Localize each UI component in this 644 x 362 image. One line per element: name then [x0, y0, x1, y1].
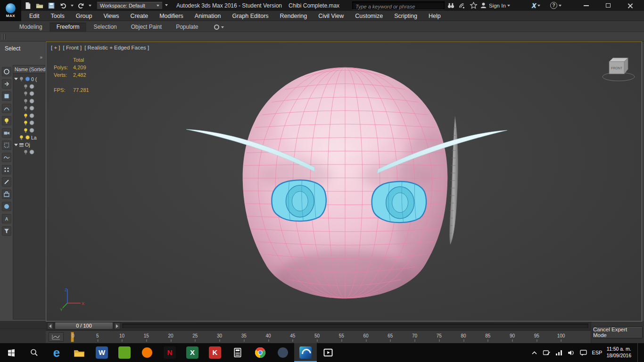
edge-icon[interactable]: e	[45, 343, 68, 362]
file-explorer-icon[interactable]	[68, 343, 91, 362]
language-indicator[interactable]: ESP	[592, 350, 602, 355]
visibility-bulb-icon[interactable]	[23, 149, 28, 155]
qat-overflow-caret[interactable]	[165, 4, 168, 6]
display-helpers-icon[interactable]	[2, 140, 11, 150]
display-shapes-icon[interactable]	[2, 104, 11, 113]
menu-modifiers[interactable]: Modifiers	[154, 11, 189, 21]
redo-icon[interactable]	[77, 1, 85, 10]
save-icon[interactable]	[47, 1, 56, 10]
expand-arrow-icon[interactable]	[14, 78, 18, 80]
display-objects-icon[interactable]	[2, 91, 11, 101]
menu-civil-view[interactable]: Civil View	[313, 11, 349, 21]
visibility-bulb-icon[interactable]	[19, 76, 24, 82]
start-button[interactable]	[0, 343, 23, 362]
action-center-icon[interactable]	[579, 349, 587, 357]
display-containers-icon[interactable]	[2, 189, 11, 199]
menu-tools[interactable]: Tools	[45, 11, 70, 21]
ribbon-tab-modeling[interactable]: Modeling	[12, 23, 50, 32]
visibility-bulb-icon[interactable]	[23, 128, 28, 133]
tray-expand-icon[interactable]	[530, 349, 538, 357]
display-spacewarps-icon[interactable]	[2, 153, 11, 162]
ribbon-tab-object-paint[interactable]: Object Paint	[124, 23, 169, 32]
explorer-row-2[interactable]	[13, 90, 45, 98]
search-input[interactable]	[353, 3, 444, 10]
menu-views[interactable]: Views	[98, 11, 124, 21]
application-menu-button[interactable]: MAX	[0, 0, 21, 21]
communication-center-icon[interactable]	[458, 1, 466, 10]
display-hierarchy-icon[interactable]	[2, 79, 11, 89]
ribbon-tab-freeform[interactable]: Freeform	[50, 23, 87, 32]
viewport-menu-shading[interactable]: [ Realistic + Edged Faces ]	[84, 45, 149, 50]
menu-customize[interactable]: Customize	[349, 11, 388, 21]
viewport-menu-general[interactable]: [ + ]	[51, 45, 60, 50]
ribbon-tab-populate[interactable]: Populate	[169, 23, 205, 32]
volume-icon[interactable]	[567, 349, 575, 357]
ribbon-tab-selection[interactable]: Selection	[86, 23, 124, 32]
menu-animation[interactable]: Animation	[189, 11, 227, 21]
undo-icon[interactable]	[59, 1, 67, 10]
new-file-icon[interactable]	[24, 1, 32, 10]
viewport[interactable]: FRONT Z X Y [ + ] [ Front ] [ Realistic …	[46, 41, 642, 321]
left-eye[interactable]	[272, 180, 326, 221]
explorer-row-7[interactable]	[13, 127, 45, 134]
help-control[interactable]: ?	[550, 1, 561, 10]
redo-dropdown-caret[interactable]	[89, 5, 91, 7]
pen-input-icon[interactable]	[543, 349, 551, 357]
viewport-menu-pov[interactable]: [ Front ]	[63, 45, 82, 50]
explorer-row-9[interactable]: Oj	[13, 141, 45, 149]
excel-icon[interactable]: X	[181, 343, 204, 362]
steam-app-icon[interactable]	[272, 343, 294, 362]
visibility-bulb-icon[interactable]	[23, 120, 28, 125]
movies-app-icon[interactable]	[317, 343, 339, 362]
green-app-icon[interactable]	[113, 343, 136, 362]
menu-scripting[interactable]: Scripting	[388, 11, 423, 21]
panel-expand-button[interactable]: »	[40, 55, 42, 60]
search-binoculars-icon[interactable]	[447, 1, 455, 10]
close-button[interactable]	[623, 0, 637, 11]
visibility-bulb-icon[interactable]	[23, 99, 28, 104]
explorer-row-0[interactable]: 0 (	[13, 75, 45, 83]
explorer-row-5[interactable]	[13, 112, 45, 120]
lock-explorer-icon[interactable]	[2, 67, 11, 76]
filter-selection-icon[interactable]	[2, 226, 11, 236]
time-slider-handle[interactable]: 0 / 100	[55, 322, 113, 329]
visibility-bulb-icon[interactable]	[23, 113, 28, 118]
ribbon-options-icon[interactable]	[214, 25, 224, 32]
favorites-star-icon[interactable]	[470, 1, 478, 10]
expand-arrow-icon[interactable]	[14, 144, 18, 146]
view-cube[interactable]: FRONT	[603, 58, 635, 81]
visibility-bulb-icon[interactable]	[23, 106, 28, 111]
3ds-max-icon[interactable]	[294, 343, 317, 362]
right-eye[interactable]	[372, 181, 426, 222]
sign-in-control[interactable]: Sign In	[479, 1, 510, 10]
calculator-icon[interactable]	[226, 343, 249, 362]
display-geometry-icon[interactable]	[2, 202, 11, 211]
plane-object[interactable]	[450, 116, 458, 244]
word-icon[interactable]: W	[91, 343, 113, 362]
viewport-canvas[interactable]: FRONT Z X Y	[46, 42, 642, 321]
chrome-icon[interactable]	[249, 343, 272, 362]
search-button[interactable]	[23, 343, 45, 362]
minimize-button[interactable]	[579, 0, 593, 11]
cancel-expert-mode-button[interactable]: Cancel Expert Mode	[593, 327, 643, 338]
visibility-bulb-icon[interactable]	[19, 135, 24, 140]
explorer-row-4[interactable]	[13, 105, 45, 112]
visibility-bulb-icon[interactable]	[23, 91, 28, 96]
sort-alphabetical-icon[interactable]: A	[2, 214, 11, 223]
network-icon[interactable]	[555, 349, 563, 357]
explorer-row-3[interactable]	[13, 98, 45, 105]
show-desktop-button[interactable]	[637, 343, 639, 362]
explorer-row-10[interactable]	[13, 148, 45, 156]
maximize-button[interactable]	[601, 0, 615, 11]
menu-edit[interactable]: Edit	[24, 11, 45, 21]
explorer-row-6[interactable]	[13, 119, 45, 127]
next-frame-button[interactable]	[114, 322, 120, 329]
menu-help[interactable]: Help	[423, 11, 446, 21]
workspace-dropdown[interactable]: Workspace: Default	[97, 1, 163, 9]
display-particles-icon[interactable]	[2, 165, 11, 174]
visibility-bulb-icon[interactable]	[23, 84, 28, 89]
display-bones-icon[interactable]	[2, 177, 11, 187]
time-slider-track[interactable]	[122, 323, 588, 328]
display-lights-icon[interactable]	[2, 116, 11, 125]
menu-rendering[interactable]: Rendering	[274, 11, 313, 21]
